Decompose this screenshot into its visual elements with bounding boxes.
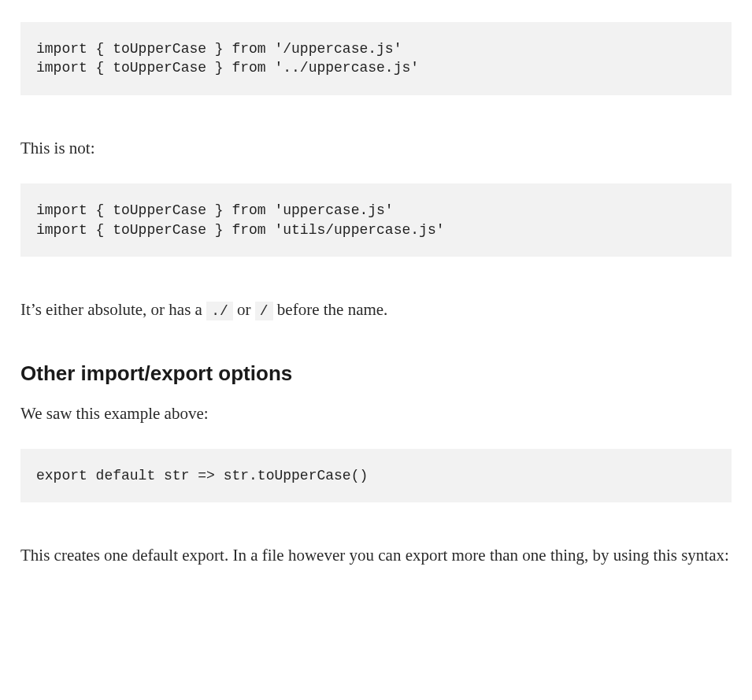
text-span: before the name.	[273, 300, 388, 319]
inline-code-slash: /	[255, 302, 273, 320]
heading-other-options: Other import/export options	[20, 361, 732, 386]
code-block-invalid-imports: import { toUpperCase } from 'uppercase.j…	[20, 183, 732, 257]
inline-code-dot-slash: ./	[206, 302, 233, 320]
text-span: It’s either absolute, or has a	[20, 300, 206, 319]
paragraph-default-export-explain: This creates one default export. In a fi…	[20, 542, 732, 569]
paragraph-this-is-not: This is not:	[20, 135, 732, 162]
code-block-export-default: export default str => str.toUpperCase()	[20, 449, 732, 502]
article-content: import { toUpperCase } from '/uppercase.…	[0, 22, 752, 620]
code-block-valid-imports: import { toUpperCase } from '/uppercase.…	[20, 22, 732, 95]
text-span: or	[233, 300, 255, 319]
paragraph-example-above: We saw this example above:	[20, 400, 732, 428]
paragraph-path-explanation: It’s either absolute, or has a ./ or / b…	[20, 296, 732, 324]
